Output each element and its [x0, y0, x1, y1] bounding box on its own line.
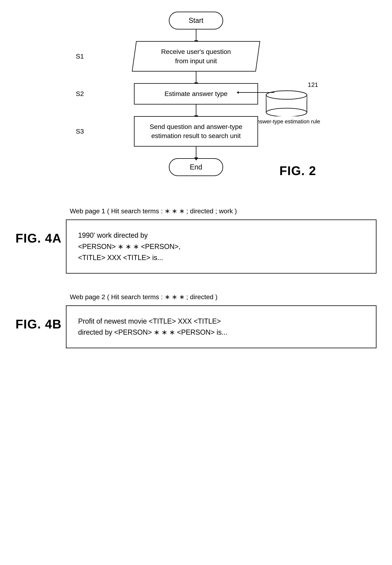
svg-marker-6 — [237, 91, 239, 94]
s3-row: S3 Send question and answer-typeestimati… — [60, 116, 332, 147]
fig4a-box: 1990' work directed by <PERSON> ∗ ∗ ∗ <P… — [66, 219, 377, 274]
s1-shape: Receive user's questionfrom input unit — [132, 41, 260, 71]
fig4b-text: Profit of newest movie <TITLE> XXX <TITL… — [78, 317, 227, 336]
end-shape: End — [169, 158, 223, 176]
fig2-diagram: Start S1 Receive user's questionfrom inp… — [60, 12, 332, 184]
s2-row: S2 Estimate answer type 121 — [60, 83, 332, 104]
fig4b-content-row: FIG. 4B Profit of newest movie <TITLE> X… — [15, 305, 377, 348]
s1-text: Receive user's questionfrom input unit — [161, 47, 231, 66]
fig4a-section: Web page 1 ( Hit search terms : ∗ ∗ ∗ ; … — [15, 207, 377, 274]
start-shape: Start — [169, 12, 223, 29]
flowchart: Start S1 Receive user's questionfrom inp… — [60, 12, 332, 176]
start-label: Start — [189, 16, 203, 24]
db-arrow — [237, 91, 276, 94]
arrow-3 — [196, 104, 196, 116]
fig4b-label: FIG. 4B — [15, 317, 66, 331]
arrow-1 — [196, 29, 196, 41]
fig4b-section: Web page 2 ( Hit search terms : ∗ ∗ ∗ ; … — [15, 293, 377, 348]
arrow-2 — [196, 71, 196, 83]
fig4a-caption: Web page 1 ( Hit search terms : ∗ ∗ ∗ ; … — [70, 207, 377, 215]
fig4b-caption: Web page 2 ( Hit search terms : ∗ ∗ ∗ ; … — [70, 293, 377, 301]
s3-shape: Send question and answer-typeestimation … — [134, 116, 258, 147]
fig4a-content-row: FIG. 4A 1990' work directed by <PERSON> … — [15, 219, 377, 274]
arrow-4 — [196, 147, 196, 158]
database-id: 121 — [308, 81, 318, 88]
fig4a-text: 1990' work directed by <PERSON> ∗ ∗ ∗ <P… — [78, 231, 181, 262]
fig4a-label: FIG. 4A — [15, 231, 66, 245]
s1-row: S1 Receive user's questionfrom input uni… — [60, 41, 332, 71]
end-label: End — [190, 163, 202, 171]
s2-label: S2 — [76, 90, 84, 98]
s1-label: S1 — [76, 53, 84, 60]
fig4b-box: Profit of newest movie <TITLE> XXX <TITL… — [66, 305, 377, 348]
svg-point-2 — [266, 108, 307, 116]
s3-text: Send question and answer-typeestimation … — [150, 123, 242, 140]
s2-text: Estimate answer type — [164, 90, 227, 97]
s3-label: S3 — [76, 127, 84, 135]
fig2-label: FIG. 2 — [279, 164, 316, 178]
